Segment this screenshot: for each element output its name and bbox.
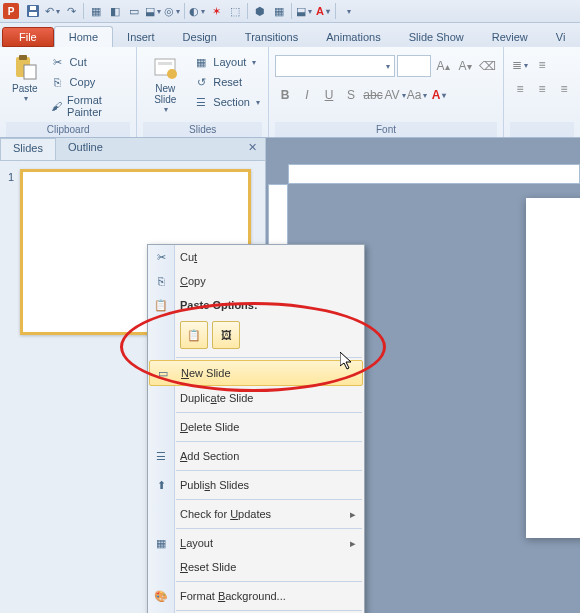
paste-option-theme[interactable]: 📋 — [180, 321, 208, 349]
quick-access-toolbar: P ↶▾ ↷ ▦ ◧ ▭ ⬓▾ ◎▾ ◐▾ ✶ ⬚ ⬢ ▦ ⬓▾ A▾ ▾ — [0, 0, 580, 23]
ctx-new-slide[interactable]: ▭New Slide — [149, 360, 363, 386]
strike-button[interactable]: abc — [363, 85, 383, 105]
svg-rect-7 — [158, 62, 172, 65]
new-slide-icon — [151, 53, 179, 81]
tab-slideshow[interactable]: Slide Show — [395, 27, 478, 47]
tab-animations[interactable]: Animations — [312, 27, 394, 47]
group-clipboard: Paste ▾ ✂Cut ⎘Copy 🖌Format Painter Clipb… — [0, 47, 137, 137]
ctx-cut[interactable]: ✂Cut — [148, 245, 364, 269]
group-slides: New Slide ▾ ▦Layout▾ ↺Reset ☰Section▾ Sl… — [137, 47, 269, 137]
shadow-button[interactable]: S — [341, 85, 361, 105]
svg-rect-4 — [19, 55, 27, 60]
font-size-combo[interactable] — [397, 55, 431, 77]
paste-label: Paste — [12, 83, 38, 94]
slide-canvas[interactable] — [526, 198, 580, 538]
ctx-layout[interactable]: ▦Layout▸ — [148, 531, 364, 555]
ctx-reset-slide[interactable]: Reset Slide — [148, 555, 364, 579]
align-right-icon[interactable]: ≡ — [554, 79, 574, 99]
qat-customize-icon[interactable]: ▾ — [339, 2, 357, 20]
scissors-icon: ✂ — [152, 248, 170, 266]
pane-tab-outline[interactable]: Outline — [56, 138, 115, 160]
undo-icon[interactable]: ↶▾ — [43, 2, 61, 20]
spacing-icon[interactable]: AV▾ — [385, 85, 405, 105]
ribbon: Paste ▾ ✂Cut ⎘Copy 🖌Format Painter Clipb… — [0, 47, 580, 138]
ribbon-tabs: File Home Insert Design Transitions Anim… — [0, 23, 580, 47]
qat-icon[interactable]: ▦ — [270, 2, 288, 20]
ctx-publish-slides[interactable]: ⬆Publish Slides — [148, 473, 364, 497]
ctx-check-updates[interactable]: Check for Updates▸ — [148, 502, 364, 526]
format-painter-button[interactable]: 🖌Format Painter — [48, 93, 131, 119]
font-color-button[interactable]: A▾ — [429, 85, 449, 105]
brush-icon: 🖌 — [50, 98, 63, 114]
group-paragraph: ≣▾ ≡ ≡ ≡ ≡ — [504, 47, 580, 137]
font-name-combo[interactable]: ▾ — [275, 55, 395, 77]
section-icon: ☰ — [152, 447, 170, 465]
save-icon[interactable] — [24, 2, 42, 20]
context-menu: ✂Cut ⎘Copy 📋Paste Options: 📋 🖼 ▭New Slid… — [147, 244, 365, 613]
tab-transitions[interactable]: Transitions — [231, 27, 312, 47]
qat-icon[interactable]: ⬚ — [226, 2, 244, 20]
ctx-add-section[interactable]: ☰Add Section — [148, 444, 364, 468]
app-icon[interactable]: P — [3, 3, 19, 19]
close-pane-icon[interactable]: ✕ — [240, 138, 265, 160]
grow-font-icon[interactable]: A▴ — [433, 56, 453, 76]
publish-icon: ⬆ — [152, 476, 170, 494]
reset-button[interactable]: ↺Reset — [191, 73, 262, 91]
underline-button[interactable]: U — [319, 85, 339, 105]
tab-insert[interactable]: Insert — [113, 27, 169, 47]
new-slide-label: New Slide — [154, 83, 176, 105]
group-font: ▾ A▴ A▾ ⌫ B I U S abc AV▾ Aa▾ A▾ Font — [269, 47, 504, 137]
align-center-icon[interactable]: ≡ — [532, 79, 552, 99]
font-color-icon[interactable]: A▾ — [314, 2, 332, 20]
qat-icon[interactable]: ◧ — [106, 2, 124, 20]
qat-icon[interactable]: ⬓▾ — [295, 2, 313, 20]
qat-icon[interactable]: ⬓▾ — [144, 2, 162, 20]
pane-tab-slides[interactable]: Slides — [0, 138, 56, 160]
qat-icon[interactable]: ✶ — [207, 2, 225, 20]
tab-design[interactable]: Design — [169, 27, 231, 47]
align-left-icon[interactable]: ≡ — [510, 79, 530, 99]
clear-format-icon[interactable]: ⌫ — [477, 56, 497, 76]
tab-home[interactable]: Home — [54, 26, 113, 47]
qat-icon[interactable]: ◎▾ — [163, 2, 181, 20]
scissors-icon: ✂ — [50, 54, 66, 70]
paste-button[interactable]: Paste ▾ — [6, 49, 44, 103]
group-label: Slides — [143, 122, 262, 137]
bullets-icon[interactable]: ≣▾ — [510, 55, 530, 75]
svg-point-8 — [167, 69, 177, 79]
group-label — [510, 122, 574, 137]
layout-icon: ▦ — [193, 54, 209, 70]
section-button[interactable]: ☰Section▾ — [191, 93, 262, 111]
svg-rect-2 — [30, 6, 36, 10]
qat-icon[interactable]: ▦ — [87, 2, 105, 20]
shrink-font-icon[interactable]: A▾ — [455, 56, 475, 76]
qat-icon[interactable]: ▭ — [125, 2, 143, 20]
layout-icon: ▦ — [152, 534, 170, 552]
bold-button[interactable]: B — [275, 85, 295, 105]
slide-number: 1 — [8, 169, 14, 335]
redo-icon[interactable]: ↷ — [62, 2, 80, 20]
group-label: Clipboard — [6, 122, 130, 137]
numbering-icon[interactable]: ≡ — [532, 55, 552, 75]
italic-button[interactable]: I — [297, 85, 317, 105]
new-slide-button[interactable]: New Slide ▾ — [143, 49, 187, 114]
paste-icon: 📋 — [152, 296, 170, 314]
cut-button[interactable]: ✂Cut — [48, 53, 131, 71]
ctx-format-background[interactable]: 🎨Format Background... — [148, 584, 364, 608]
ctx-duplicate-slide[interactable]: Duplicate Slide — [148, 386, 364, 410]
case-icon[interactable]: Aa▾ — [407, 85, 427, 105]
qat-icon[interactable]: ◐▾ — [188, 2, 206, 20]
layout-button[interactable]: ▦Layout▾ — [191, 53, 262, 71]
copy-button[interactable]: ⎘Copy — [48, 73, 131, 91]
paste-option-picture[interactable]: 🖼 — [212, 321, 240, 349]
svg-rect-5 — [24, 65, 36, 79]
section-icon: ☰ — [193, 94, 209, 110]
format-bg-icon: 🎨 — [152, 587, 170, 605]
tab-review[interactable]: Review — [478, 27, 542, 47]
tab-file[interactable]: File — [2, 27, 54, 47]
ctx-delete-slide[interactable]: Delete Slide — [148, 415, 364, 439]
qat-icon[interactable]: ⬢ — [251, 2, 269, 20]
reset-icon: ↺ — [193, 74, 209, 90]
ctx-copy[interactable]: ⎘Copy — [148, 269, 364, 293]
tab-view[interactable]: Vi — [542, 27, 580, 47]
